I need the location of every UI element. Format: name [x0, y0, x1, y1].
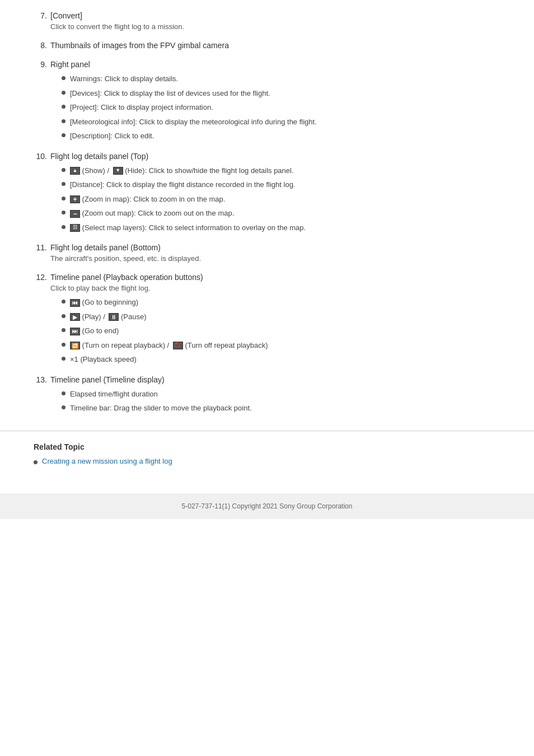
zoom-in-icon: + — [70, 195, 80, 203]
bullet-dot — [62, 300, 65, 304]
section-9-title: Right panel — [50, 60, 90, 69]
section-12-header: 12. Timeline panel (Playback operation b… — [34, 273, 500, 282]
hide-icon: ▼ — [113, 167, 123, 175]
section-13-bullets: Elapsed time/flight duration Timeline ba… — [62, 389, 500, 414]
bullet-dot — [62, 405, 65, 409]
bullet-dot — [62, 343, 65, 347]
bullet-dot — [62, 76, 65, 80]
section-13-header: 13. Timeline panel (Timeline display) — [34, 375, 500, 384]
section-10-title: Flight log details panel (Top) — [50, 152, 148, 161]
bullet-dot — [62, 105, 65, 109]
bullet-dot — [62, 225, 65, 229]
bullet-dot — [62, 133, 65, 137]
list-item: Elapsed time/flight duration — [62, 389, 500, 400]
section-11-header: 11. Flight log details panel (Bottom) — [34, 243, 500, 252]
list-item: [Project]: Click to display project info… — [62, 102, 500, 113]
list-item: [Description]: Click to edit. — [62, 130, 500, 142]
section-10-bullets: ▲ (Show) / ▼ (Hide): Click to show/hide … — [62, 165, 500, 234]
bullet-dot — [34, 460, 38, 464]
section-11-num: 11. — [34, 243, 47, 252]
section-7: 7. [Convert] Click to convert the flight… — [34, 11, 500, 31]
section-9-header: 9. Right panel — [34, 60, 500, 69]
list-item: + (Zoom in map): Click to zoom in on the… — [62, 194, 500, 205]
list-item: [Devices]: Click to display the list of … — [62, 88, 500, 99]
section-10-header: 10. Flight log details panel (Top) — [34, 152, 500, 161]
page-content: 7. [Convert] Click to convert the flight… — [0, 0, 534, 414]
list-item: [Distance]: Click to display the flight … — [62, 179, 500, 190]
section-13-title: Timeline panel (Timeline display) — [50, 375, 165, 384]
show-icon: ▲ — [70, 167, 80, 175]
section-9-bullets: Warnings: Click to display details. [Dev… — [62, 73, 500, 142]
section-12-num: 12. — [34, 273, 47, 282]
bullet-dot — [62, 211, 65, 214]
section-7-num: 7. — [34, 11, 47, 20]
related-topic-section: Related Topic Creating a new mission usi… — [0, 431, 534, 477]
bullet-dot — [62, 119, 65, 123]
section-12-bullets: ⏮ (Go to beginning) ▶ (Play) / ⏸ (Pause)… — [62, 297, 500, 365]
bullet-dot — [62, 168, 65, 172]
bullet-dot — [62, 328, 65, 332]
section-12-desc: Click to play back the flight log. — [50, 284, 500, 292]
section-8-header: 8. Thumbnails of images from the FPV gim… — [34, 41, 500, 50]
section-13-num: 13. — [34, 375, 47, 384]
list-item: ×1 (Playback speed) — [62, 354, 500, 365]
section-7-desc: Click to convert the flight log to a mis… — [50, 22, 500, 31]
repeat-off-icon: 🚫 — [173, 342, 183, 349]
list-item: − (Zoom out map): Click to zoom out on t… — [62, 208, 500, 219]
section-7-title: [Convert] — [50, 11, 82, 20]
play-icon: ▶ — [70, 313, 80, 321]
related-link[interactable]: Creating a new mission using a flight lo… — [34, 457, 500, 465]
section-12-title: Timeline panel (Playback operation butto… — [50, 273, 203, 282]
section-12: 12. Timeline panel (Playback operation b… — [34, 273, 500, 365]
goto-end-icon: ⏭ — [70, 328, 80, 335]
section-8: 8. Thumbnails of images from the FPV gim… — [34, 41, 500, 50]
section-11-title: Flight log details panel (Bottom) — [50, 243, 161, 252]
list-item: ▲ (Show) / ▼ (Hide): Click to show/hide … — [62, 165, 500, 176]
list-item: [Meteorological info]: Click to display … — [62, 116, 500, 128]
section-11-desc: The aircraft's position, speed, etc. is … — [50, 254, 500, 263]
list-item: ⏭ (Go to end) — [62, 325, 500, 337]
section-7-header: 7. [Convert] — [34, 11, 500, 20]
repeat-on-icon: 🔁 — [70, 342, 80, 349]
section-13: 13. Timeline panel (Timeline display) El… — [34, 375, 500, 414]
bullet-dot — [62, 91, 65, 95]
bullet-dot — [62, 182, 65, 186]
section-9: 9. Right panel Warnings: Click to displa… — [34, 60, 500, 142]
list-item: ▶ (Play) / ⏸ (Pause) — [62, 311, 500, 323]
bullet-dot — [62, 197, 65, 200]
related-topic-title: Related Topic — [34, 442, 500, 451]
related-topic-link[interactable]: Creating a new mission using a flight lo… — [42, 457, 172, 465]
zoom-out-icon: − — [70, 210, 80, 218]
list-item: ☷ (Select map layers): Click to select i… — [62, 222, 500, 234]
footer: 5-027-737-11(1) Copyright 2021 Sony Grou… — [0, 493, 534, 519]
list-item: Timeline bar: Drag the slider to move th… — [62, 403, 500, 414]
bullet-dot — [62, 314, 65, 318]
section-10: 10. Flight log details panel (Top) ▲ (Sh… — [34, 152, 500, 234]
section-9-num: 9. — [34, 60, 47, 69]
goto-begin-icon: ⏮ — [70, 299, 80, 307]
section-8-title: Thumbnails of images from the FPV gimbal… — [50, 41, 229, 50]
section-10-num: 10. — [34, 152, 47, 161]
list-item: ⏮ (Go to beginning) — [62, 297, 500, 308]
bullet-dot — [62, 357, 65, 361]
layers-icon: ☷ — [70, 224, 80, 232]
section-11: 11. Flight log details panel (Bottom) Th… — [34, 243, 500, 263]
footer-text: 5-027-737-11(1) Copyright 2021 Sony Grou… — [182, 502, 353, 510]
section-8-num: 8. — [34, 41, 47, 50]
list-item: Warnings: Click to display details. — [62, 73, 500, 85]
list-item: 🔁 (Turn on repeat playback) / 🚫 (Turn of… — [62, 340, 500, 351]
bullet-dot — [62, 391, 65, 395]
pause-icon: ⏸ — [109, 313, 119, 321]
